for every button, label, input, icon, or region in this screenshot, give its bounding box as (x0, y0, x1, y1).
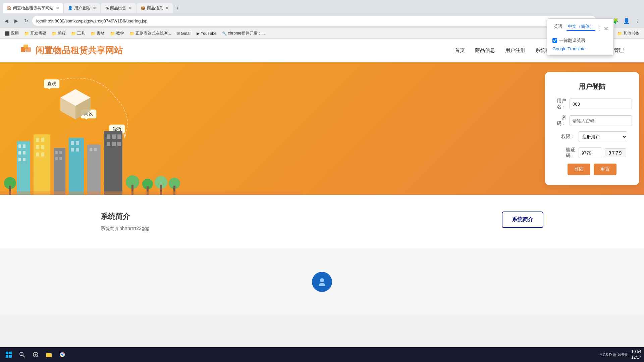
username-label: 用户名： (557, 98, 566, 110)
svg-rect-31 (87, 144, 101, 195)
translate-more-icon[interactable]: ⋮ (596, 25, 602, 32)
menu-icon[interactable]: ⋮ (633, 16, 641, 25)
svg-rect-55 (6, 355, 8, 358)
intro-button[interactable]: 系统简介 (502, 212, 543, 228)
translate-close-icon[interactable]: ✕ (604, 25, 608, 32)
svg-rect-10 (18, 151, 21, 155)
tab-favicon-2: 👤 (68, 6, 73, 10)
button-row: 登陆 重置 (557, 164, 627, 175)
tab-label-1: 闲置物品租赁共享网站 (13, 5, 53, 11)
taskbar-right: ^ CS D 语 风云图 10:54 12/17 (600, 349, 641, 360)
address-input[interactable] (32, 16, 596, 26)
forward-button[interactable]: ▶ (12, 17, 20, 25)
username-row: 用户名： (557, 98, 627, 110)
bookmark-materials[interactable]: 📁 素材 (89, 30, 107, 37)
bookmark-chrome-plugin[interactable]: 🔧 chrome插件开发：... (220, 30, 267, 37)
tab-2[interactable]: 👤 用户登陆 ✕ (64, 3, 100, 13)
translate-checkbox[interactable] (552, 38, 557, 43)
captcha-input[interactable] (579, 147, 602, 158)
reload-button[interactable]: ↻ (22, 17, 30, 25)
bookmark-coding[interactable]: 📁 编程 (50, 30, 68, 37)
svg-rect-32 (90, 148, 92, 151)
svg-rect-7 (17, 141, 30, 195)
lang-chinese[interactable]: 中文（简体） (567, 23, 595, 31)
tab-close-3[interactable]: ✕ (129, 6, 132, 10)
tab-favicon-1: 🏠 (7, 6, 12, 10)
footer-icon (312, 272, 332, 292)
translate-header: 英语 中文（简体） ⋮ ✕ (552, 23, 608, 34)
folder-icon-tools: 📁 (71, 31, 76, 36)
tab-close-2[interactable]: ✕ (93, 6, 96, 10)
hero-banner: 直观 高效 轻巧 (0, 62, 644, 195)
google-translate-link[interactable]: Google Translate (552, 46, 608, 51)
bookmark-youtube[interactable]: ▶ YouTube (195, 31, 218, 37)
bookmark-regex[interactable]: 📁 正则表达式在线测... (127, 30, 173, 37)
tab-label-2: 用户登陆 (74, 5, 90, 11)
svg-line-58 (23, 355, 25, 357)
tab-4[interactable]: 📦 商品信息 ✕ (137, 3, 173, 13)
tab-favicon-3: 🛍 (105, 6, 109, 10)
taskbar-chrome[interactable] (56, 349, 68, 361)
bookmark-apps[interactable]: ⬛ 应用 (3, 30, 21, 37)
nav-register[interactable]: 用户注册 (505, 47, 525, 54)
clock: 10:54 (631, 349, 641, 355)
start-button[interactable] (3, 349, 15, 361)
tab-1[interactable]: 🏠 闲置物品租赁共享网站 ✕ (3, 3, 63, 13)
svg-rect-25 (59, 157, 62, 160)
bookmark-gmail[interactable]: ✉ Gmail (174, 31, 193, 37)
taskbar-cortana[interactable] (30, 349, 42, 361)
svg-rect-8 (18, 144, 21, 148)
password-row: 密码： (557, 115, 627, 127)
svg-point-63 (61, 354, 63, 356)
bookmark-other[interactable]: 📁 其他书签 (615, 30, 641, 37)
folder-icon-coding: 📁 (52, 31, 57, 36)
svg-rect-11 (23, 151, 25, 155)
gmail-icon: ✉ (176, 31, 180, 36)
svg-rect-23 (59, 151, 62, 154)
intro-title: 系统简介 (101, 212, 150, 222)
username-input[interactable] (570, 99, 632, 109)
taskbar-file-explorer[interactable] (43, 349, 55, 361)
lang-english[interactable]: 英语 (552, 23, 564, 31)
folder-icon-dev: 📁 (24, 31, 29, 36)
svg-rect-16 (41, 138, 44, 142)
captcha-label: 验证码： (557, 147, 575, 159)
reset-button[interactable]: 重置 (594, 164, 616, 175)
nav-home[interactable]: 首页 (455, 47, 465, 54)
translate-langs: 英语 中文（简体） (552, 23, 595, 31)
svg-rect-33 (94, 148, 97, 151)
login-button[interactable]: 登陆 (568, 164, 590, 175)
login-title: 用户登陆 (557, 82, 627, 91)
nav-products[interactable]: 商品信息 (475, 47, 495, 54)
role-select[interactable]: 注册用户 管理员 (579, 131, 627, 142)
profile-icon[interactable]: 👤 (622, 16, 631, 25)
apps-grid-icon: ⬛ (5, 31, 10, 36)
password-input[interactable] (570, 115, 632, 126)
tab-close-4[interactable]: ✕ (166, 6, 169, 10)
svg-point-60 (35, 354, 37, 356)
tab-3[interactable]: 🛍 商品出售 ✕ (101, 3, 136, 13)
svg-rect-30 (76, 148, 79, 152)
back-button[interactable]: ◀ (3, 17, 10, 25)
tab-close-1[interactable]: ✕ (56, 6, 59, 10)
role-label: 权限： (557, 134, 575, 140)
site-logo: 闲置物品租赁共享网站 (20, 43, 123, 58)
svg-point-52 (320, 278, 324, 282)
svg-rect-56 (9, 355, 12, 358)
svg-rect-37 (117, 134, 121, 139)
taskbar: ^ CS D 语 风云图 10:54 12/17 (0, 347, 644, 362)
svg-point-57 (20, 352, 23, 356)
svg-rect-21 (54, 148, 65, 195)
folder-icon-materials: 📁 (91, 31, 96, 36)
svg-rect-9 (23, 144, 25, 148)
bookmark-tutorial[interactable]: 📁 教学 (108, 30, 126, 37)
svg-rect-15 (36, 138, 39, 142)
bookmark-tools[interactable]: 📁 工具 (69, 30, 87, 37)
svg-rect-18 (41, 145, 44, 149)
taskbar-search[interactable] (16, 349, 28, 361)
svg-rect-22 (55, 151, 58, 154)
bookmark-dev[interactable]: 📁 开发需要 (22, 30, 48, 37)
svg-rect-35 (107, 134, 110, 139)
city-illustration (0, 121, 540, 195)
new-tab-button[interactable]: + (173, 3, 182, 13)
